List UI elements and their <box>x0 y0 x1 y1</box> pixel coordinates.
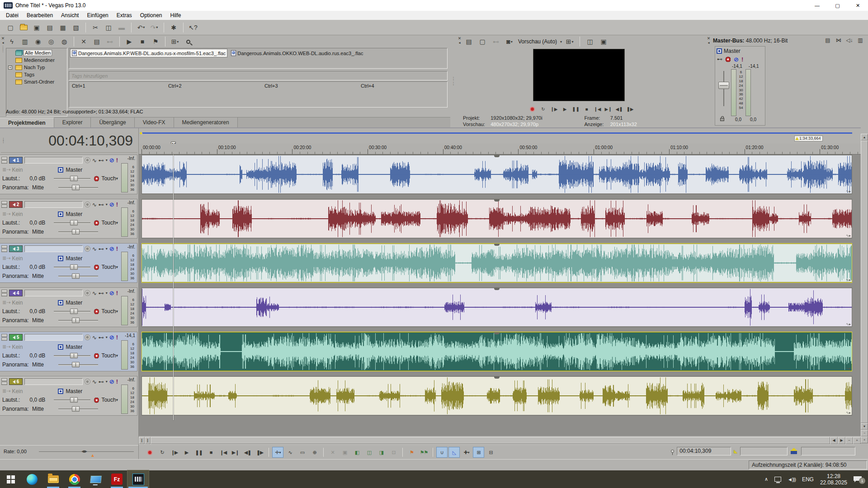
network-icon[interactable] <box>774 477 781 482</box>
media-file-item[interactable]: Dangerous.Animals.KP.WEB-DL.audio.rus-x-… <box>71 49 227 57</box>
bus-routing[interactable]: Master <box>58 344 82 350</box>
taskbar-filezilla[interactable]: Fz <box>106 470 127 488</box>
fader-thumb[interactable] <box>718 82 729 89</box>
slider-thumb[interactable] <box>70 176 78 181</box>
preview-loop-button[interactable]: ↻ <box>539 105 548 113</box>
mute-button[interactable]: ⊘ <box>109 201 114 208</box>
event-edge-notch[interactable] <box>494 376 500 379</box>
insert-tool-button[interactable]: ✚▾ <box>461 447 472 458</box>
scroll-grip[interactable]: ❙ <box>145 437 151 444</box>
track-header[interactable]: 2 ∿ ⊷ ▾ ⊘ ! ≣⇢ Kein Master Lautst.: 0,0 … <box>0 199 137 239</box>
vertical-scrollbar[interactable]: ▲ ▼ − + <box>861 134 868 443</box>
event-fx-icon[interactable]: ∿▸ <box>846 366 851 371</box>
event-fx-icon[interactable]: ∿▸ <box>846 234 851 238</box>
preview-next-frame-button[interactable]: ❚▶ <box>626 105 635 113</box>
track-number-badge[interactable]: 2 <box>9 201 23 208</box>
pan-value[interactable]: Mitte <box>32 317 58 324</box>
dim-output-icon[interactable]: ◁↓ <box>845 37 854 44</box>
envelope-edit-tool-button[interactable]: ∿ <box>284 447 296 458</box>
pause-button[interactable]: ❚❚ <box>193 447 204 458</box>
audio-event[interactable]: ∿▸ <box>142 243 852 283</box>
time-display[interactable]: ⁞⁞ 00:04:10,309 <box>1 129 137 153</box>
play-from-start-button[interactable]: ❙▶ <box>169 447 180 458</box>
slider-thumb[interactable] <box>70 353 78 358</box>
track-minimize-buttons[interactable] <box>1 378 7 385</box>
pan-slider[interactable] <box>58 184 98 191</box>
menu-item-ansicht[interactable]: Ansicht <box>57 11 83 19</box>
track-name-input[interactable] <box>24 290 83 296</box>
chevron-down-icon[interactable]: ▾ <box>116 353 118 358</box>
volume-value[interactable]: 0,0 dB <box>30 308 54 314</box>
event-edge-notch[interactable] <box>494 199 500 202</box>
master-mute-icon[interactable]: ⊘ <box>734 56 739 63</box>
input-routing-label[interactable]: Kein <box>12 388 23 394</box>
open-icon[interactable] <box>18 22 29 33</box>
master-fader[interactable] <box>717 69 731 116</box>
automation-mode-label[interactable]: Touch <box>101 397 116 403</box>
trim-button[interactable]: ▣ <box>339 447 350 458</box>
input-routing-label[interactable]: Kein <box>12 211 23 217</box>
taskbar-explorer[interactable] <box>42 470 64 488</box>
slider-thumb[interactable] <box>72 362 80 367</box>
automation-mode-label[interactable]: Touch <box>101 352 116 359</box>
chevron-down-icon[interactable]: ▾ <box>116 221 118 225</box>
quality-icon[interactable]: ◙▾ <box>504 36 515 47</box>
envelope-icon[interactable]: ∿ <box>92 202 97 208</box>
track-header[interactable]: 3 ∿ ⊷ ▾ ⊘ ! ≣⇢ Kein Master Lautst.: 0,0 … <box>0 243 137 283</box>
selection-edit-tool-button[interactable]: ▭ <box>297 447 308 458</box>
master-route-icon[interactable] <box>717 48 722 54</box>
chevron-down-icon[interactable]: ▾ <box>116 309 118 314</box>
bus-routing[interactable]: Master <box>58 255 82 262</box>
event-edge-notch[interactable] <box>494 244 500 246</box>
mixer-settings-icon[interactable]: ▥ <box>856 37 864 44</box>
chevron-down-icon[interactable]: ▾ <box>116 176 118 181</box>
chevron-down-icon[interactable]: ▾ <box>511 40 513 44</box>
input-routing-icon[interactable]: ≣⇢ <box>2 167 10 173</box>
mute-button[interactable]: ⊘ <box>109 334 114 341</box>
preview-stop-button[interactable]: ■ <box>582 105 591 113</box>
tab-video-fx[interactable]: Video-FX <box>135 117 174 127</box>
automation-settings-icon[interactable] <box>94 264 99 270</box>
menu-item-bearbeiten[interactable]: Bearbeiten <box>23 11 57 19</box>
go-to-end-button[interactable]: ▶❙ <box>230 447 241 458</box>
record-arm-button[interactable] <box>85 379 90 385</box>
scroll-down-button[interactable]: ▼ <box>861 423 868 430</box>
input-routing-icon[interactable]: ≣⇢ <box>2 300 10 305</box>
record-button[interactable] <box>144 447 156 458</box>
video-fx-plug-icon[interactable]: ⊷ <box>490 36 502 47</box>
save-icon[interactable]: ▣ <box>31 22 42 33</box>
downmix-icon[interactable]: ⋈ <box>835 37 843 44</box>
volume-slider[interactable] <box>54 352 90 359</box>
menu-item-extras[interactable]: Extras <box>113 11 136 19</box>
track-fx-plug-icon[interactable]: ⊷ <box>99 246 104 252</box>
input-routing-label[interactable]: Kein <box>12 167 23 173</box>
undo-icon[interactable]: ↶▾ <box>135 22 147 33</box>
group-button[interactable]: ⊞ <box>473 447 484 458</box>
track-lane[interactable]: ∿▸ <box>139 376 861 416</box>
track-minimize-buttons[interactable] <box>1 201 7 208</box>
scroll-up-button[interactable]: ▲ <box>861 134 868 141</box>
chevron-down-icon[interactable]: ▾ <box>279 450 281 455</box>
trim-start-button[interactable]: ◧ <box>351 447 363 458</box>
media-bin-alle-medien[interactable]: Alle Medien <box>6 49 67 56</box>
external-monitor-icon[interactable]: ▢ <box>476 36 488 47</box>
track-header[interactable]: 4 ∿ ⊷ ▾ ⊘ ! ≣⇢ Kein Master Lautst.: 0,0 … <box>0 287 137 327</box>
pan-slider[interactable] <box>58 406 98 412</box>
volume-value[interactable]: 0,0 dB <box>30 264 54 270</box>
zoom-in-vertical-button[interactable]: + <box>861 436 868 443</box>
scrollbar-thumb[interactable] <box>861 141 868 423</box>
automation-mode-label[interactable]: Touch <box>101 175 116 182</box>
slider-thumb[interactable] <box>72 273 80 279</box>
marker-bar[interactable]: 1:34:33,664 ❚❚ <box>139 134 861 144</box>
chevron-down-icon[interactable]: ▾ <box>177 40 179 44</box>
tab-mediengeneratoren[interactable]: Mediengeneratoren <box>174 117 238 127</box>
pan-value[interactable]: Mitte <box>32 229 58 235</box>
mute-button[interactable]: ⊘ <box>109 245 114 252</box>
media-properties-icon[interactable]: ▤ <box>91 36 103 47</box>
slider-thumb[interactable] <box>72 229 80 235</box>
volume-slider[interactable] <box>54 175 90 182</box>
remove-media-icon[interactable]: ✕ <box>78 36 90 47</box>
tray-chevron-icon[interactable]: ∧ <box>764 476 768 482</box>
chevron-down-icon[interactable]: ▾ <box>106 202 108 206</box>
scroll-grip[interactable]: ❙ <box>139 437 145 444</box>
